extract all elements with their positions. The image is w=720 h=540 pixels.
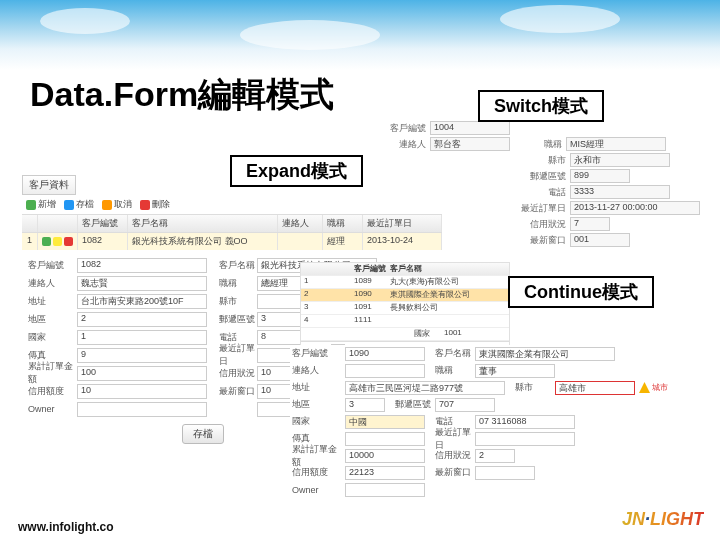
col-header[interactable]: 客戶名稱 bbox=[387, 263, 509, 275]
field-label: 最新窗口 bbox=[425, 466, 475, 479]
field-label: 客戶編號 bbox=[382, 122, 430, 135]
field-input[interactable] bbox=[345, 483, 425, 497]
toolbar-刪除[interactable]: 刪除 bbox=[140, 198, 170, 211]
field-input[interactable]: 台北市南安東路200號10F bbox=[77, 294, 207, 309]
field-label: 連絡人 bbox=[290, 364, 345, 377]
field-input[interactable] bbox=[475, 432, 575, 446]
field-input[interactable]: 10 bbox=[77, 384, 207, 399]
field-label: 客戶編號 bbox=[290, 347, 345, 360]
field-value[interactable]: 郭台客 bbox=[430, 137, 510, 151]
field-input[interactable]: 高雄市 bbox=[555, 381, 635, 395]
field-label: 客戶名稱 bbox=[207, 259, 257, 272]
row-action-icons[interactable] bbox=[38, 233, 78, 250]
col-header[interactable] bbox=[38, 215, 78, 232]
field-label: 地址 bbox=[22, 295, 77, 308]
field-label: 職稱 bbox=[207, 277, 257, 290]
field-input[interactable]: 2 bbox=[77, 312, 207, 327]
brand-logo: JN·LIGHT bbox=[622, 509, 704, 530]
field-label: 客戶名稱 bbox=[425, 347, 475, 360]
field-input[interactable]: 100 bbox=[77, 366, 207, 381]
field-value[interactable]: 永和市 bbox=[570, 153, 670, 167]
field-label: 電話 bbox=[514, 186, 570, 199]
field-input[interactable] bbox=[345, 364, 425, 378]
field-label: 信用狀況 bbox=[425, 449, 475, 462]
col-header[interactable]: 最近訂單日 bbox=[363, 215, 442, 232]
field-label: 最新窗口 bbox=[207, 385, 257, 398]
field-label: 地址 bbox=[290, 381, 345, 394]
overlay-expand: Expand模式 bbox=[230, 155, 363, 187]
field-value[interactable]: 2013-11-27 00:00:00 bbox=[570, 201, 700, 215]
warn-icon[interactable] bbox=[53, 237, 62, 246]
field-value[interactable]: 1004 bbox=[430, 121, 510, 135]
field-input[interactable]: 高雄市三民區河堤二路977號 bbox=[345, 381, 505, 395]
field-label: 國家 bbox=[290, 415, 345, 428]
field-label: 累計訂單金額 bbox=[22, 360, 77, 386]
field-value[interactable]: 7 bbox=[570, 217, 610, 231]
field-input[interactable]: 9 bbox=[77, 348, 207, 363]
field-input[interactable]: 707 bbox=[435, 398, 495, 412]
toolbar-存檔[interactable]: 存檔 bbox=[64, 198, 94, 211]
field-label: 縣市 bbox=[505, 381, 555, 394]
field-label: 郵遞區號 bbox=[514, 170, 570, 183]
field-label: 連絡人 bbox=[22, 277, 77, 290]
grid-row-selected[interactable]: 1 1082 銀光科技系統有限公司 義OO 經理 2013-10-24 bbox=[22, 233, 442, 250]
field-value[interactable]: 1001 bbox=[441, 328, 465, 340]
continue-detail-form: 客戶編號1090客戶名稱東淇國際企業有限公司連絡人職稱董事地址高雄市三民區河堤二… bbox=[290, 345, 700, 498]
field-input[interactable] bbox=[345, 432, 425, 446]
field-value[interactable]: 3333 bbox=[570, 185, 670, 199]
field-label: 縣市 bbox=[207, 295, 257, 308]
col-header[interactable]: 連絡人 bbox=[278, 215, 323, 232]
toolbar: 新增存檔取消刪除 bbox=[22, 195, 442, 214]
field-label: Owner bbox=[290, 485, 345, 495]
field-value[interactable]: MIS經理 bbox=[566, 137, 666, 151]
field-input[interactable]: 3 bbox=[345, 398, 385, 412]
col-header[interactable] bbox=[22, 215, 38, 232]
col-header[interactable]: 客戶名稱 bbox=[128, 215, 278, 232]
field-input[interactable]: 1082 bbox=[77, 258, 207, 273]
field-label: 信用狀況 bbox=[514, 218, 570, 231]
grid-row[interactable]: 3 1091長興飲料公司 bbox=[301, 302, 509, 315]
grid-row[interactable]: 2 1090東淇國際企業有限公司 bbox=[301, 289, 509, 302]
field-input[interactable]: 10000 bbox=[345, 449, 425, 463]
field-input[interactable]: 魏志賢 bbox=[77, 276, 207, 291]
col-header[interactable]: 客戶編號 bbox=[351, 263, 387, 275]
field-label: 國家 bbox=[411, 328, 441, 340]
field-label: 最近訂單日 bbox=[207, 342, 257, 368]
field-value[interactable]: 899 bbox=[570, 169, 630, 183]
overlay-continue: Continue模式 bbox=[508, 276, 654, 308]
tab-customer[interactable]: 客戶資料 bbox=[22, 175, 76, 195]
grid-header: 客戶編號客戶名稱連絡人職稱最近訂單日 bbox=[22, 214, 442, 233]
save-button[interactable]: 存檔 bbox=[182, 424, 224, 444]
header-gradient bbox=[0, 0, 720, 70]
delete-icon[interactable] bbox=[64, 237, 73, 246]
grid-row[interactable]: 4 1111 bbox=[301, 315, 509, 328]
toolbar-取消[interactable]: 取消 bbox=[102, 198, 132, 211]
field-label: 客戶編號 bbox=[22, 259, 77, 272]
field-label: 郵遞區號 bbox=[207, 313, 257, 326]
field-label: 最新窗口 bbox=[514, 234, 570, 247]
edit-icon[interactable] bbox=[42, 237, 51, 246]
field-label: 累計訂單金額 bbox=[290, 443, 345, 469]
field-label: 最近訂單日 bbox=[514, 202, 570, 215]
col-header[interactable]: 職稱 bbox=[323, 215, 363, 232]
field-label: 職稱 bbox=[510, 138, 566, 151]
field-input[interactable]: 2 bbox=[475, 449, 515, 463]
field-label: 信用狀況 bbox=[207, 367, 257, 380]
grid-row[interactable]: 1 1089丸大(東海)有限公司 bbox=[301, 276, 509, 289]
field-input[interactable]: 1090 bbox=[345, 347, 425, 361]
field-input[interactable] bbox=[475, 466, 535, 480]
field-input[interactable]: 07 3116088 bbox=[475, 415, 575, 429]
field-input[interactable]: 中國 bbox=[345, 415, 425, 429]
field-input[interactable]: 1 bbox=[77, 330, 207, 345]
field-input[interactable]: 東淇國際企業有限公司 bbox=[475, 347, 615, 361]
field-label: 連絡人 bbox=[382, 138, 430, 151]
toolbar-新增[interactable]: 新增 bbox=[26, 198, 56, 211]
field-input[interactable]: 董事 bbox=[475, 364, 555, 378]
footer-url: www.infolight.co bbox=[18, 520, 114, 534]
field-label: 縣市 bbox=[514, 154, 570, 167]
field-input[interactable]: 22123 bbox=[345, 466, 425, 480]
field-input[interactable] bbox=[77, 402, 207, 417]
col-header[interactable]: 客戶編號 bbox=[78, 215, 128, 232]
field-value[interactable]: 001 bbox=[570, 233, 630, 247]
field-label: 信用額度 bbox=[290, 466, 345, 479]
